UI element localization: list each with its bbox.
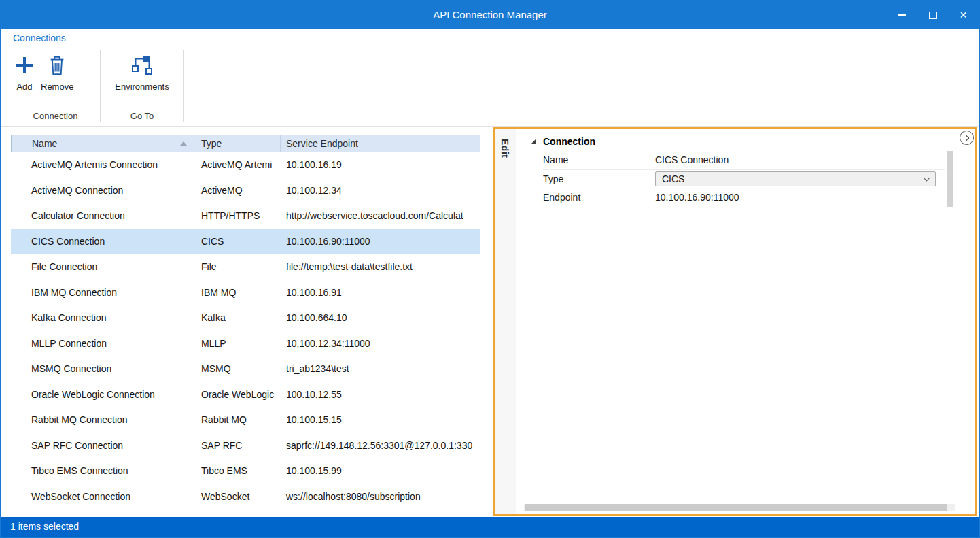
table-row[interactable]: IBM MQ Connection IBM MQ 10.100.16.91 [11, 280, 480, 306]
close-icon: ✕ [960, 10, 968, 20]
add-button[interactable]: Add [11, 50, 38, 93]
maximize-button[interactable] [917, 1, 948, 29]
cell-endpoint: 10.100.15.15 [281, 414, 479, 425]
group-label-goto: Go To [101, 111, 183, 126]
type-field-label: Type [543, 173, 655, 184]
table-row[interactable]: Oracle WebLogic Connection Oracle WebLog… [11, 382, 480, 408]
cell-endpoint: ws://localhost:8080/subscription [281, 491, 479, 502]
cell-name: WebSocket Connection [11, 491, 194, 502]
column-header-name[interactable]: Name [12, 135, 194, 152]
table-row[interactable]: ActiveMQ Connection ActiveMQ 10.100.12.3… [11, 178, 480, 204]
cell-type: MSMQ [194, 363, 281, 374]
table-row[interactable]: Tibco EMS Connection Tibco EMS 10.100.15… [11, 458, 480, 484]
column-header-type[interactable]: Type [194, 135, 281, 152]
status-bar: 1 items selected [1, 517, 979, 537]
table-body: ActiveMQ Artemis Connection ActiveMQ Art… [11, 152, 480, 509]
cell-name: Rabbit MQ Connection [11, 414, 194, 425]
window-controls: ✕ [887, 1, 979, 29]
form-vertical-scrollbar[interactable] [947, 151, 953, 207]
ribbon-group-connection: Add Remove Connection [11, 48, 100, 126]
cell-endpoint: 10.100.12.34:11000 [281, 338, 479, 349]
cell-endpoint: 10.100.16.90:11000 [281, 236, 479, 247]
cell-endpoint: 10.100.15.99 [281, 465, 479, 476]
table-row[interactable]: SAP RFC Connection SAP RFC saprfc://149.… [11, 433, 480, 459]
group-label-connection: Connection [11, 111, 100, 126]
cell-name: CICS Connection [11, 236, 194, 247]
column-header-endpoint[interactable]: Service Endpoint [281, 135, 478, 152]
cell-type: ActiveMQ [194, 185, 281, 196]
table-row[interactable]: File Connection File file://temp:\test-d… [11, 254, 480, 280]
app-window: API Connection Manager ✕ Connections Add [0, 0, 980, 538]
cell-endpoint: file://temp:\test-data\testfile.txt [281, 261, 479, 272]
cell-type: SAP RFC [194, 440, 281, 451]
cell-type: ActiveMQ Artemi [194, 159, 281, 170]
cell-endpoint: 10.100.664.10 [281, 312, 479, 323]
edit-panel-tab-label: Edit [500, 139, 510, 158]
cell-name: Kafka Connection [11, 312, 194, 323]
type-dropdown[interactable]: CICS [655, 171, 936, 186]
add-icon [14, 52, 35, 79]
cell-name: File Connection [11, 261, 194, 272]
window-title: API Connection Manager [1, 1, 979, 29]
connections-table: Name Type Service Endpoint ActiveMQ Arte… [11, 135, 480, 509]
cell-name: ActiveMQ Connection [11, 185, 194, 196]
ribbon-separator [183, 50, 184, 122]
environments-button[interactable]: Environments [112, 50, 171, 93]
cell-name: Oracle WebLogic Connection [11, 389, 194, 400]
section-title: Connection [543, 136, 595, 147]
cell-name: Calculator Connection [11, 210, 194, 221]
type-dropdown-value: CICS [662, 173, 684, 184]
maximize-icon [929, 12, 937, 19]
cell-endpoint: 10.100.16.91 [281, 287, 479, 298]
ribbon: Connections Add [1, 29, 979, 127]
chevron-right-icon [963, 135, 968, 140]
field-row-name: Name CICS Connection [543, 151, 945, 170]
ribbon-body: Add Remove Connection [1, 48, 979, 126]
table-row[interactable]: MLLP Connection MLLP 10.100.12.34:11000 [11, 331, 480, 357]
title-bar: API Connection Manager ✕ [1, 1, 979, 29]
scrollbar-thumb[interactable] [525, 504, 947, 511]
cell-endpoint: 10.100.16.19 [281, 159, 479, 170]
cell-type: CICS [194, 236, 281, 247]
edit-panel: Edit Connection Name CICS Connection Typ… [493, 127, 977, 516]
scrollbar-thumb[interactable] [947, 151, 953, 207]
name-field[interactable]: CICS Connection [655, 154, 945, 165]
collapse-panel-button[interactable] [960, 131, 974, 145]
tab-connections[interactable]: Connections [1, 29, 83, 48]
table-row[interactable]: Calculator Connection HTTP/HTTPS http://… [11, 203, 480, 229]
cell-type: File [194, 261, 281, 272]
cell-type: Kafka [194, 312, 281, 323]
table-row[interactable]: WebSocket Connection WebSocket ws://loca… [11, 484, 480, 510]
endpoint-field[interactable]: 10.100.16.90:11000 [655, 192, 945, 203]
edit-panel-body: Connection Name CICS Connection Type CIC… [516, 129, 975, 514]
table-row[interactable]: Kafka Connection Kafka 10.100.664.10 [11, 305, 480, 331]
minimize-icon [898, 14, 906, 16]
table-row[interactable]: Rabbit MQ Connection Rabbit MQ 10.100.15… [11, 407, 480, 433]
field-row-endpoint: Endpoint 10.100.16.90:11000 [543, 188, 945, 207]
cell-name: ActiveMQ Artemis Connection [11, 159, 194, 170]
table-row[interactable]: ActiveMQ Artemis Connection ActiveMQ Art… [11, 152, 480, 178]
edit-panel-tab[interactable]: Edit [495, 129, 516, 514]
cell-name: MLLP Connection [11, 338, 194, 349]
cell-endpoint: http://webservice.toscacloud.com/Calcula… [281, 210, 479, 221]
remove-button[interactable]: Remove [38, 50, 76, 93]
table-row[interactable]: CICS Connection CICS 10.100.16.90:11000 [11, 229, 480, 255]
endpoint-field-label: Endpoint [543, 192, 655, 203]
cell-type: HTTP/HTTPS [194, 210, 281, 221]
field-row-type: Type CICS [543, 170, 945, 189]
cell-type: Tibco EMS [194, 465, 281, 476]
cell-endpoint: saprfc://149.148.12.56:3301@127.0.0.1:33… [281, 440, 479, 451]
sort-ascending-icon [180, 141, 187, 146]
table-row[interactable]: MSMQ Connection MSMQ tri_ab1234\test [11, 356, 480, 382]
cell-type: Rabbit MQ [194, 414, 281, 425]
connection-section-expander[interactable]: Connection [516, 129, 975, 151]
close-button[interactable]: ✕ [948, 1, 979, 29]
chevron-down-icon [924, 174, 930, 181]
cell-type: Oracle WebLogic [194, 389, 281, 400]
minimize-button[interactable] [887, 1, 917, 29]
panel-horizontal-scrollbar[interactable] [524, 504, 955, 511]
cell-endpoint: 100.10.12.55 [281, 389, 479, 400]
table-header: Name Type Service Endpoint [11, 135, 480, 152]
trash-icon [47, 52, 67, 79]
main-content: Name Type Service Endpoint ActiveMQ Arte… [1, 127, 979, 517]
